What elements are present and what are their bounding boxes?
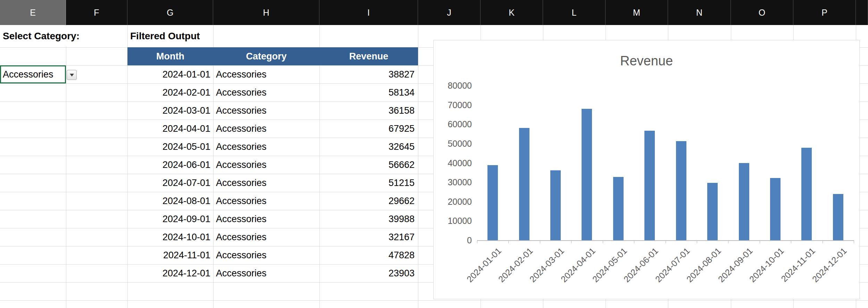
axis-tick [508,240,509,243]
axis-tick [666,240,666,243]
y-axis-label: 50000 [434,139,472,149]
axis-tick [760,240,760,243]
dropdown-arrow-button[interactable] [67,70,77,80]
bar [833,194,843,240]
revenue-cell[interactable]: 51215 [319,174,418,192]
category-cell[interactable]: Accessories [213,65,319,83]
category-cell[interactable]: Accessories [213,120,319,138]
column-header-N[interactable]: N [668,0,731,25]
table-row: 2024-06-01Accessories56662 [127,156,418,174]
y-axis-label: 80000 [434,81,472,91]
axis-tick [477,240,477,243]
grid-line-vertical [66,25,66,308]
table-row: 2024-04-01Accessories67925 [127,120,418,138]
column-header-I[interactable]: I [319,0,418,25]
revenue-chart: Revenue 01000020000300004000050000600007… [433,40,860,299]
month-cell[interactable]: 2024-08-01 [127,192,213,210]
month-cell[interactable]: 2024-10-01 [127,228,213,246]
bar [739,163,749,240]
table-row: 2024-12-01Accessories23903 [127,264,418,282]
table-row: 2024-03-01Accessories36158 [127,102,418,120]
axis-tick [571,240,571,243]
column-header-J[interactable]: J [418,0,481,25]
axis-tick [540,240,540,243]
y-axis-label: 30000 [434,177,472,187]
month-cell[interactable]: 2024-11-01 [127,246,213,264]
month-cell[interactable]: 2024-12-01 [127,264,213,282]
category-cell[interactable]: Accessories [213,246,319,264]
table-row: 2024-05-01Accessories32645 [127,138,418,156]
y-axis-label: 10000 [434,216,472,226]
grid-line-vertical [418,25,418,308]
revenue-cell[interactable]: 38827 [319,65,418,83]
dropdown-arrow-icon [70,74,74,76]
column-header-P[interactable]: P [793,0,856,25]
bar [550,170,561,240]
month-cell[interactable]: 2024-07-01 [127,174,213,192]
category-cell[interactable]: Accessories [213,228,319,246]
axis-tick [823,240,823,243]
revenue-cell[interactable]: 36158 [319,102,418,120]
category-column-header[interactable]: Category [213,47,319,65]
category-cell[interactable]: Accessories [213,264,319,282]
category-dropdown-value: Accessories [3,69,53,80]
table-row: 2024-02-01Accessories58134 [127,83,418,102]
axis-tick [791,240,791,243]
revenue-cell[interactable]: 47828 [319,246,418,264]
column-header-M[interactable]: M [606,0,668,25]
category-cell[interactable]: Accessories [213,102,319,120]
table-row: 2024-01-01Accessories38827 [127,65,418,83]
revenue-cell[interactable]: 39988 [319,210,418,228]
bar [801,148,812,240]
revenue-cell[interactable]: 56662 [319,156,418,174]
revenue-column-header[interactable]: Revenue [319,47,418,65]
revenue-cell[interactable]: 58134 [319,83,418,102]
category-cell[interactable]: Accessories [213,156,319,174]
table-row: 2024-11-01Accessories47828 [127,246,418,264]
table-row: 2024-10-01Accessories32167 [127,228,418,246]
month-column-header[interactable]: Month [127,47,213,65]
column-header-F[interactable]: F [66,0,127,25]
revenue-cell[interactable]: 32645 [319,138,418,156]
month-cell[interactable]: 2024-09-01 [127,210,213,228]
axis-tick [854,240,854,243]
column-header-G[interactable]: G [127,0,213,25]
month-cell[interactable]: 2024-06-01 [127,156,213,174]
y-axis-label: 40000 [434,158,472,168]
column-header-row: EFGHIJKLMNOP [0,0,868,25]
column-header-E[interactable]: E [0,0,66,25]
revenue-cell[interactable]: 29662 [319,192,418,210]
revenue-cell[interactable]: 32167 [319,228,418,246]
bar [644,131,655,240]
select-category-label: Select Category: [1,26,82,47]
table-row: 2024-09-01Accessories39988 [127,210,418,228]
revenue-cell[interactable]: 23903 [319,264,418,282]
filtered-output-label: Filtered Output [128,26,202,47]
category-cell[interactable]: Accessories [213,83,319,102]
column-header-K[interactable]: K [481,0,543,25]
category-cell[interactable]: Accessories [213,138,319,156]
y-axis-label: 60000 [434,119,472,129]
category-cell[interactable]: Accessories [213,210,319,228]
category-cell[interactable]: Accessories [213,192,319,210]
column-header-L[interactable]: L [543,0,606,25]
table-row: 2024-07-01Accessories51215 [127,174,418,192]
month-cell[interactable]: 2024-01-01 [127,65,213,83]
month-cell[interactable]: 2024-02-01 [127,83,213,102]
column-header-O[interactable]: O [731,0,793,25]
column-header-stub[interactable] [856,0,868,25]
bar [487,165,498,240]
bar [582,109,592,240]
axis-tick [634,240,634,243]
axis-tick [603,240,603,243]
category-dropdown-cell[interactable]: Accessories [0,65,66,83]
month-cell[interactable]: 2024-03-01 [127,102,213,120]
column-header-H[interactable]: H [213,0,319,25]
bar [770,178,781,240]
month-cell[interactable]: 2024-04-01 [127,120,213,138]
bar [676,141,686,240]
revenue-cell[interactable]: 67925 [319,120,418,138]
bar [519,128,529,240]
category-cell[interactable]: Accessories [213,174,319,192]
month-cell[interactable]: 2024-05-01 [127,138,213,156]
